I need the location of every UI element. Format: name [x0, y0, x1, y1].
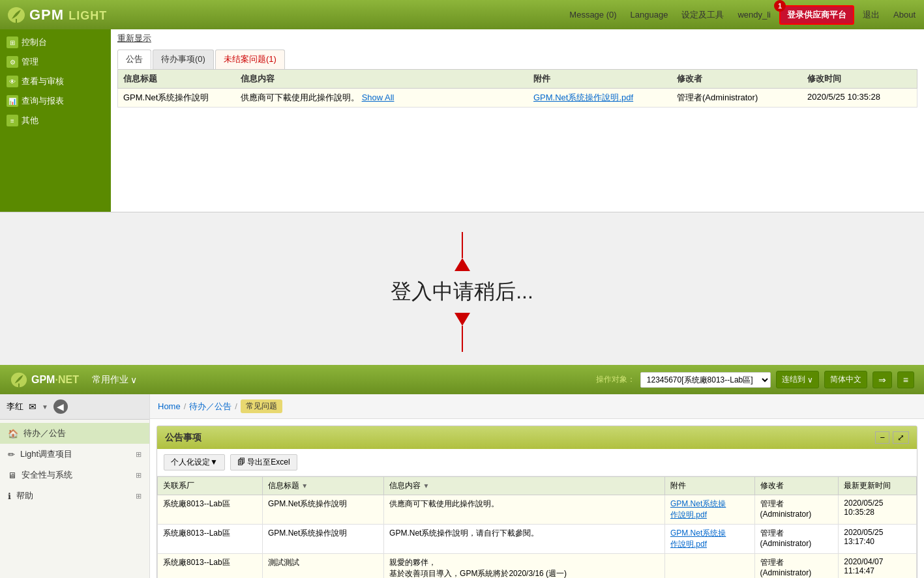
cell-time-3: 2020/04/0711:14:47	[839, 554, 917, 579]
top-sidebar: ⊞ 控制台 ⚙ 管理 👁 查看与审核 📊 查询与报表 ≡ 其他	[0, 29, 111, 212]
personalize-button[interactable]: 个人化设定▼	[164, 454, 225, 470]
menu-item-help[interactable]: ℹ 帮助 ⊞	[0, 485, 149, 506]
top-main-panel: 重新显示 公告 待办事项(0) 未结案问题(1) 信息标题 信息内容 附件 修改…	[111, 29, 924, 212]
review-icon: 👁	[7, 76, 18, 87]
panel-controls: − ⤢	[875, 431, 909, 444]
about-nav-item[interactable]: About	[888, 8, 921, 21]
cell-modifier-2: 管理者(Administrator)	[754, 525, 839, 554]
refresh-link[interactable]: 重新显示	[117, 33, 917, 44]
row-attachment: GPM.Net系统操作說明.pdf	[533, 92, 677, 104]
settings-nav-item[interactable]: 设定及工具	[676, 8, 729, 22]
top-section: GPM LIGHT Message (0) Language 设定及工具 wen…	[0, 0, 924, 212]
th-system: 关联系厂	[158, 477, 263, 495]
sidebar-item-dashboard[interactable]: ⊞ 控制台	[0, 33, 111, 52]
menu-item-security[interactable]: 🖥 安全性与系统 ⊞	[0, 465, 149, 485]
panel-toolbar: 个人化设定▼ 🗐 导出至Excel	[157, 449, 917, 476]
login-supplier-container: 1 登录供应商平台	[779, 5, 854, 25]
breadcrumb-tag: 常见问题	[241, 399, 282, 413]
bottom-content-area: 李红 ✉ ▼ ◀ 🏠 待办／公告 ✏ Light调查项目 ⊞ 🖥 安全性与系统	[0, 394, 924, 578]
user-bar: 李红 ✉ ▼ ◀	[0, 394, 149, 420]
common-ops-arrow-icon: ∨	[130, 375, 137, 385]
menu-item-announcement[interactable]: 🏠 待办／公告	[0, 423, 149, 444]
sidebar-label-other: 其他	[22, 115, 38, 126]
language-button[interactable]: 简体中文	[824, 371, 867, 388]
operation-target-select[interactable]: 12345670[系统廠8013--Lab區]	[640, 372, 771, 388]
sidebar-item-other[interactable]: ≡ 其他	[0, 111, 111, 130]
row-modifier: 管理者(Administrator)	[677, 92, 807, 104]
table-row: 系统廠8013--Lab區 GPM.Net系统操作說明 GPM.Net系统操作說…	[158, 525, 917, 554]
sidebar-label-management: 管理	[22, 56, 38, 68]
bottom-logo-area: GPM·NET	[10, 371, 79, 388]
cell-time-1: 2020/05/2510:35:28	[839, 495, 917, 525]
export-excel-button[interactable]: 🗐 导出至Excel	[230, 454, 297, 470]
language-nav-item[interactable]: Language	[625, 8, 674, 21]
common-ops-btn[interactable]: 常用作业 ∨	[92, 374, 137, 386]
survey-expand-icon: ⊞	[136, 450, 142, 459]
content-filter-icon[interactable]: ▼	[423, 482, 429, 489]
menu-icon-button[interactable]: ≡	[897, 371, 914, 388]
table-header: 信息标题 信息内容 附件 修改者 修改时间	[117, 69, 917, 89]
show-all-link[interactable]: Show All	[362, 93, 395, 102]
menu-label-survey: Light调查项目	[20, 448, 72, 460]
tab-pending[interactable]: 待办事项(0)	[153, 50, 214, 69]
security-icon: 🖥	[8, 470, 16, 480]
sidebar-item-query[interactable]: 📊 查询与报表	[0, 91, 111, 111]
row-content: 供應商可下載使用此操作說明。 Show All	[241, 92, 533, 104]
security-expand-icon: ⊞	[136, 471, 142, 480]
bottom-header: GPM·NET 常用作业 ∨ 操作对象： 12345670[系统廠8013--L…	[0, 365, 924, 394]
cell-system-2: 系统廠8013--Lab區	[158, 525, 263, 554]
panel-expand-button[interactable]: ⤢	[893, 431, 909, 444]
col-header-time: 修改时间	[807, 73, 912, 85]
sidebar-item-management[interactable]: ⚙ 管理	[0, 52, 111, 72]
th-title: 信息标题 ▼	[263, 477, 384, 495]
sidebar-item-review[interactable]: 👁 查看与审核	[0, 72, 111, 91]
title-filter-icon[interactable]: ▼	[301, 482, 308, 489]
arrow-down-container	[0, 313, 924, 352]
th-attachment: 附件	[664, 477, 754, 495]
panel-minimize-button[interactable]: −	[875, 431, 889, 444]
cell-system-1: 系统廠8013--Lab區	[158, 495, 263, 525]
col-header-content: 信息内容	[241, 73, 533, 85]
help-icon: ℹ	[8, 491, 11, 501]
row-content-text: 供應商可下載使用此操作說明。	[241, 93, 359, 102]
waiting-text: 登入中请稍后...	[0, 278, 924, 306]
sidebar-label-dashboard: 控制台	[22, 36, 47, 48]
bottom-logo-text: GPM·NET	[31, 374, 79, 386]
home-icon-button[interactable]: ⇒	[872, 371, 892, 388]
logout-nav-item[interactable]: 退出	[857, 8, 885, 22]
announcement-icon: 🏠	[8, 429, 18, 439]
operation-target-label: 操作对象：	[596, 374, 635, 385]
breadcrumb-home[interactable]: Home	[158, 401, 181, 411]
connect-button[interactable]: 连结到 ∨	[776, 371, 819, 388]
col-header-attachment: 附件	[533, 73, 677, 85]
cell-content-2: GPM.Net系统操作說明，请自行下載參閱。	[384, 525, 665, 554]
menu-item-survey[interactable]: ✏ Light调查项目 ⊞	[0, 444, 149, 465]
cell-time-2: 2020/05/2513:17:40	[839, 525, 917, 554]
back-button[interactable]: ◀	[53, 399, 68, 414]
survey-icon: ✏	[8, 450, 15, 459]
login-supplier-button[interactable]: 登录供应商平台	[779, 5, 854, 25]
table-container: 关联系厂 信息标题 ▼ 信息内容 ▼ 附件 修改者 最新更新时间 系统廠8013…	[157, 476, 917, 578]
bottom-section: GPM·NET 常用作业 ∨ 操作对象： 12345670[系统廠8013--L…	[0, 365, 924, 578]
bottom-sidebar: 李红 ✉ ▼ ◀ 🏠 待办／公告 ✏ Light调查项目 ⊞ 🖥 安全性与系统	[0, 394, 150, 578]
panel-header: 公告事项 − ⤢	[157, 426, 917, 449]
tab-announcement[interactable]: 公告	[117, 50, 151, 69]
line-up	[462, 232, 463, 258]
user-nav-item: wendy_li	[732, 8, 776, 21]
attachment-link[interactable]: GPM.Net系统操作說明.pdf	[533, 93, 633, 102]
menu-label-announcement: 待办／公告	[23, 427, 66, 439]
user-dropdown-icon[interactable]: ▼	[42, 403, 48, 411]
attachment-link-1[interactable]: GPM.Net系统操作說明.pdf	[670, 499, 726, 519]
breadcrumb-pending[interactable]: 待办／公告	[189, 401, 231, 412]
bottom-main: Home / 待办／公告 / 常见问题 公告事项 − ⤢ 个人化设定▼ 🗐 导出…	[150, 394, 924, 578]
cell-title-2: GPM.Net系统操作說明	[263, 525, 384, 554]
message-nav-item[interactable]: Message (0)	[564, 8, 621, 21]
attachment-link-2[interactable]: GPM.Net系统操作說明.pdf	[670, 528, 726, 549]
th-time: 最新更新时间	[839, 477, 917, 495]
bottom-nav-right: 操作对象： 12345670[系统廠8013--Lab區] 连结到 ∨ 简体中文…	[596, 371, 914, 388]
breadcrumb-sep2: /	[235, 401, 237, 411]
dashboard-icon: ⊞	[7, 36, 18, 48]
cell-content-1: 供應商可下載使用此操作說明。	[384, 495, 665, 525]
tab-unresolved[interactable]: 未结案问题(1)	[215, 50, 285, 69]
line-down	[462, 326, 463, 352]
